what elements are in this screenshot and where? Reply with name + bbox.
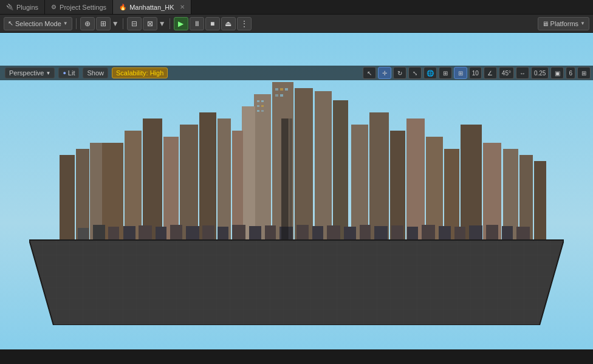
tab-manhattan-hk[interactable]: 🔥 Manhattan_HK ✕ — [113, 0, 191, 14]
svg-rect-17 — [232, 131, 243, 240]
grid-btn[interactable]: ⊞ — [454, 67, 467, 79]
snap-icon-1: ⊟ — [131, 19, 137, 28]
grid-value: 10 — [472, 70, 479, 77]
svg-rect-49 — [344, 227, 356, 240]
lit-button[interactable]: ● Lit — [58, 67, 79, 78]
camera-value: 6 — [569, 70, 572, 77]
svg-rect-15 — [199, 112, 216, 240]
separator-2 — [123, 18, 123, 29]
svg-marker-1 — [29, 240, 564, 325]
map-icon: 🔥 — [119, 4, 126, 10]
fullscreen-btn[interactable]: ⊞ — [577, 67, 591, 79]
viewport-scale-btn[interactable]: ⤡ — [408, 67, 422, 79]
svg-rect-11 — [125, 131, 142, 240]
plugins-icon: 🔌 — [6, 4, 13, 10]
svg-rect-27 — [76, 149, 89, 240]
distance-value-btn[interactable]: 0.25 — [531, 67, 549, 79]
surface-snap-icon: ⊞ — [443, 70, 448, 77]
pause-icon: ⏸ — [193, 19, 201, 28]
main-toolbar: ↖ Selection Mode ▼ ⊕ ⊞ ▼ ⊟ ⊠ ▼ ▶ ⏸ — [0, 15, 593, 33]
camera-btn[interactable]: ▣ — [550, 67, 564, 79]
surface-snap-btn[interactable]: ⊞ — [439, 67, 452, 79]
angle-value-btn[interactable]: 45° — [499, 67, 514, 79]
svg-rect-22 — [426, 137, 443, 240]
cursor-select-btn[interactable]: ↖ — [363, 67, 376, 79]
viewport-move-btn[interactable]: ✛ — [378, 67, 391, 79]
distance-btn[interactable]: ↔ — [516, 67, 529, 79]
play-controls: ▶ ⏸ ■ ⏏ ⋮ — [174, 17, 252, 30]
play-button[interactable]: ▶ — [174, 17, 188, 30]
lit-label: Lit — [68, 69, 75, 77]
perspective-button[interactable]: Perspective ▼ — [5, 67, 55, 78]
svg-rect-52 — [391, 225, 403, 240]
svg-rect-67 — [257, 110, 259, 112]
snap-btn-1[interactable]: ⊟ — [127, 17, 142, 30]
grid-icon: ⊞ — [458, 70, 463, 77]
svg-rect-43 — [249, 226, 261, 240]
svg-rect-40 — [202, 225, 214, 240]
show-label: Show — [87, 69, 104, 77]
svg-rect-34 — [108, 227, 119, 240]
tab-plugins[interactable]: 🔌 Plugins — [0, 0, 45, 14]
snap-dropdown-arrow[interactable]: ▼ — [159, 19, 166, 28]
viewport-3d[interactable]: Perspective ▼ ● Lit Show Scalability: Hi… — [0, 33, 593, 349]
svg-rect-42 — [232, 225, 245, 240]
city-render — [29, 58, 564, 325]
angle-btn[interactable]: ∠ — [484, 67, 497, 79]
platform-icon: 🖥 — [542, 20, 549, 27]
viewport-rotate-btn[interactable]: ↻ — [393, 67, 406, 79]
show-button[interactable]: Show — [83, 67, 108, 78]
svg-rect-64 — [261, 100, 264, 102]
angle-value: 45° — [502, 70, 511, 77]
svg-rect-13 — [163, 137, 179, 240]
svg-rect-9 — [333, 100, 348, 240]
svg-rect-72 — [275, 94, 278, 97]
transform-btn-2[interactable]: ⊞ — [96, 17, 111, 30]
svg-rect-44 — [265, 225, 276, 240]
svg-rect-24 — [461, 125, 482, 240]
angle-icon: ∠ — [487, 70, 493, 77]
distance-icon: ↔ — [519, 70, 526, 77]
svg-rect-3 — [254, 94, 271, 240]
svg-rect-10 — [102, 143, 123, 240]
selection-mode-button[interactable]: ↖ Selection Mode ▼ — [4, 17, 72, 30]
snap-btn-2[interactable]: ⊠ — [143, 17, 157, 30]
svg-rect-65 — [257, 105, 259, 107]
eject-icon: ⏏ — [225, 19, 231, 28]
tab-manhattan-hk-label: Manhattan_HK — [129, 4, 174, 11]
svg-rect-51 — [374, 226, 388, 240]
svg-rect-31 — [534, 161, 546, 240]
svg-rect-56 — [454, 227, 465, 240]
camera-icon: ▣ — [555, 70, 560, 77]
camera-value-btn[interactable]: 6 — [566, 67, 575, 79]
world-space-icon: 🌐 — [427, 70, 434, 77]
more-play-btn[interactable]: ⋮ — [237, 17, 252, 30]
more-play-icon: ⋮ — [241, 19, 248, 28]
svg-rect-37 — [156, 227, 166, 240]
svg-rect-33 — [93, 225, 105, 240]
distance-value: 0.25 — [534, 70, 546, 77]
pause-button[interactable]: ⏸ — [190, 17, 204, 30]
grid-value-btn[interactable]: 10 — [469, 67, 482, 79]
svg-rect-38 — [170, 225, 182, 240]
platforms-button[interactable]: 🖥 Platforms ▼ — [538, 17, 589, 30]
svg-rect-19 — [369, 112, 389, 240]
stop-button[interactable]: ■ — [205, 17, 220, 30]
eject-button[interactable]: ⏏ — [221, 17, 236, 30]
svg-rect-62 — [289, 118, 292, 240]
world-space-btn[interactable]: 🌐 — [423, 67, 437, 79]
tab-close-icon[interactable]: ✕ — [180, 4, 185, 10]
separator-1 — [76, 18, 77, 29]
svg-rect-36 — [139, 225, 152, 240]
transform-dropdown-arrow[interactable]: ▼ — [112, 19, 119, 28]
svg-rect-47 — [312, 226, 323, 240]
svg-rect-54 — [422, 225, 435, 240]
lit-dot-icon: ● — [63, 70, 66, 76]
scalability-badge[interactable]: Scalability: High — [112, 67, 168, 78]
move-tool-button[interactable]: ⊕ — [80, 17, 95, 30]
tab-project-settings[interactable]: ⚙ Project Settings — [45, 0, 113, 14]
svg-rect-16 — [218, 118, 231, 240]
transform-tools: ⊕ ⊞ ▼ — [80, 17, 119, 30]
svg-rect-58 — [486, 225, 498, 240]
settings-icon: ⚙ — [51, 4, 57, 10]
